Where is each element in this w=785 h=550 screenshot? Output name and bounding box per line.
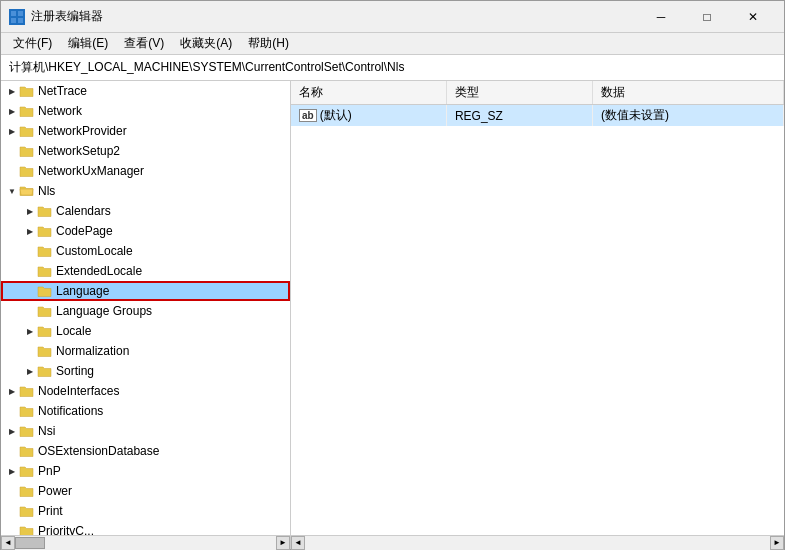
folder-icon-osextensiondatabase — [19, 444, 35, 458]
tree-arrow-customlocale — [23, 244, 37, 258]
tree-item-language[interactable]: Language — [1, 281, 290, 301]
folder-icon-locale — [37, 324, 53, 338]
folder-icon-networkuxmanager — [19, 164, 35, 178]
menu-item-e[interactable]: 编辑(E) — [60, 33, 116, 54]
menu-item-f[interactable]: 文件(F) — [5, 33, 60, 54]
tree-arrow-locale[interactable]: ▶ — [23, 324, 37, 338]
scroll-right-arrow2[interactable]: ► — [770, 536, 784, 550]
tree-item-notifications[interactable]: Notifications — [1, 401, 290, 421]
menu-item-v[interactable]: 查看(V) — [116, 33, 172, 54]
tree-item-power[interactable]: Power — [1, 481, 290, 501]
col-name: 名称 — [291, 81, 446, 105]
folder-icon-calendars — [37, 204, 53, 218]
scroll-right-arrow[interactable]: ► — [276, 536, 290, 550]
folder-icon-normalization — [37, 344, 53, 358]
bottom-scrollbar[interactable]: ◄ ► ◄ ► — [1, 535, 784, 549]
tree-label-language: Language — [56, 281, 109, 301]
tree-label-nls: Nls — [38, 181, 55, 201]
tree-arrow-normalization — [23, 344, 37, 358]
tree-label-networkuxmanager: NetworkUxManager — [38, 161, 144, 181]
folder-icon-languagegroups — [37, 304, 53, 318]
maximize-button[interactable]: □ — [684, 1, 730, 33]
tree-label-nodeinterfaces: NodeInterfaces — [38, 381, 119, 401]
tree-item-networkprovider[interactable]: ▶ NetworkProvider — [1, 121, 290, 141]
tree-item-calendars[interactable]: ▶ Calendars — [1, 201, 290, 221]
tree-item-sorting[interactable]: ▶ Sorting — [1, 361, 290, 381]
tree-item-codepage[interactable]: ▶ CodePage — [1, 221, 290, 241]
folder-icon-print — [19, 504, 35, 518]
menu-item-a[interactable]: 收藏夹(A) — [172, 33, 240, 54]
folder-icon-networksetup2 — [19, 144, 35, 158]
tree-item-networksetup2[interactable]: NetworkSetup2 — [1, 141, 290, 161]
title-bar: 注册表编辑器 ─ □ ✕ — [1, 1, 784, 33]
tree-item-nettrace[interactable]: ▶ NetTrace — [1, 81, 290, 101]
tree-label-customlocale: CustomLocale — [56, 241, 133, 261]
tree-label-osextensiondatabase: OSExtensionDatabase — [38, 441, 159, 461]
folder-icon-codepage — [37, 224, 53, 238]
svg-rect-3 — [18, 18, 23, 23]
tree-arrow-nls[interactable]: ▼ — [5, 184, 19, 198]
folder-icon-nodeinterfaces — [19, 384, 35, 398]
tree-item-extendedlocale[interactable]: ExtendedLocale — [1, 261, 290, 281]
tree-hscrollbar[interactable]: ◄ ► — [1, 536, 291, 549]
tree-label-nsi: Nsi — [38, 421, 55, 441]
main-content: ▶ NetTrace▶ Network▶ NetworkProvider Net… — [1, 81, 784, 535]
tree-arrow-extendedlocale — [23, 264, 37, 278]
tree-label-power: Power — [38, 481, 72, 501]
tree-pane[interactable]: ▶ NetTrace▶ Network▶ NetworkProvider Net… — [1, 81, 291, 535]
folder-icon-notifications — [19, 404, 35, 418]
scroll-thumb-left[interactable] — [15, 537, 45, 549]
right-pane[interactable]: 名称 类型 数据 ab (默认) REG_SZ(数值未设置) — [291, 81, 784, 535]
folder-icon-customlocale — [37, 244, 53, 258]
minimize-button[interactable]: ─ — [638, 1, 684, 33]
close-button[interactable]: ✕ — [730, 1, 776, 33]
tree-arrow-nodeinterfaces[interactable]: ▶ — [5, 384, 19, 398]
tree-label-extendedlocale: ExtendedLocale — [56, 261, 142, 281]
tree-item-networkuxmanager[interactable]: NetworkUxManager — [1, 161, 290, 181]
tree-label-normalization: Normalization — [56, 341, 129, 361]
folder-icon-pnp — [19, 464, 35, 478]
tree-label-nettrace: NetTrace — [38, 81, 87, 101]
scroll-left-arrow2[interactable]: ◄ — [291, 536, 305, 550]
scroll-left-arrow[interactable]: ◄ — [1, 536, 15, 550]
tree-item-locale[interactable]: ▶ Locale — [1, 321, 290, 341]
tree-item-normalization[interactable]: Normalization — [1, 341, 290, 361]
tree-arrow-codepage[interactable]: ▶ — [23, 224, 37, 238]
tree-label-prioritycontrol: PriorityC... — [38, 521, 94, 535]
tree-item-network[interactable]: ▶ Network — [1, 101, 290, 121]
tree-arrow-calendars[interactable]: ▶ — [23, 204, 37, 218]
menu-item-h[interactable]: 帮助(H) — [240, 33, 297, 54]
tree-item-nls[interactable]: ▼ Nls — [1, 181, 290, 201]
tree-arrow-network[interactable]: ▶ — [5, 104, 19, 118]
folder-icon-sorting — [37, 364, 53, 378]
tree-arrow-networksetup2 — [5, 144, 19, 158]
tree-label-print: Print — [38, 501, 63, 521]
tree-arrow-nsi[interactable]: ▶ — [5, 424, 19, 438]
tree-arrow-networkprovider[interactable]: ▶ — [5, 124, 19, 138]
address-bar: 计算机\HKEY_LOCAL_MACHINE\SYSTEM\CurrentCon… — [1, 55, 784, 81]
tree-item-languagegroups[interactable]: Language Groups — [1, 301, 290, 321]
tree-item-pnp[interactable]: ▶ PnP — [1, 461, 290, 481]
tree-item-print[interactable]: Print — [1, 501, 290, 521]
main-window: 注册表编辑器 ─ □ ✕ 文件(F)编辑(E)查看(V)收藏夹(A)帮助(H) … — [0, 0, 785, 550]
tree-arrow-notifications — [5, 404, 19, 418]
app-icon — [9, 9, 25, 25]
reg-name: ab (默认) — [291, 105, 446, 127]
tree-label-networkprovider: NetworkProvider — [38, 121, 127, 141]
scroll-track-right — [305, 536, 770, 550]
tree-arrow-osextensiondatabase — [5, 444, 19, 458]
right-hscrollbar[interactable]: ◄ ► — [291, 536, 784, 549]
tree-item-customlocale[interactable]: CustomLocale — [1, 241, 290, 261]
tree-label-network: Network — [38, 101, 82, 121]
tree-arrow-language — [23, 284, 37, 298]
tree-item-nsi[interactable]: ▶ Nsi — [1, 421, 290, 441]
tree-arrow-sorting[interactable]: ▶ — [23, 364, 37, 378]
tree-item-nodeinterfaces[interactable]: ▶ NodeInterfaces — [1, 381, 290, 401]
tree-arrow-nettrace[interactable]: ▶ — [5, 84, 19, 98]
tree-item-osextensiondatabase[interactable]: OSExtensionDatabase — [1, 441, 290, 461]
tree-item-prioritycontrol[interactable]: PriorityC... — [1, 521, 290, 535]
window-controls: ─ □ ✕ — [638, 1, 776, 33]
tree-arrow-pnp[interactable]: ▶ — [5, 464, 19, 478]
table-row[interactable]: ab (默认) REG_SZ(数值未设置) — [291, 105, 784, 127]
tree-arrow-print — [5, 504, 19, 518]
